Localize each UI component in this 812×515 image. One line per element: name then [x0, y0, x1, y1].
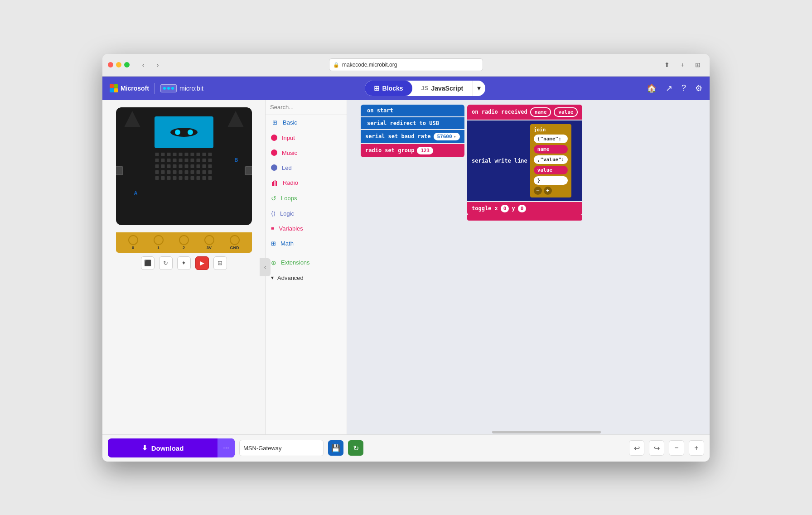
save-button[interactable]: 💾: [328, 440, 343, 456]
join-minus-button[interactable]: −: [534, 187, 542, 195]
js-icon: JS: [421, 85, 429, 91]
forward-button[interactable]: ›: [151, 58, 164, 71]
math-icon: ⊞: [271, 240, 276, 247]
antenna-right: [227, 111, 244, 127]
block-radio-set-group[interactable]: radio set group 123: [361, 144, 464, 157]
toolbox: 🔍 ⊞ Basic Input Music Led: [266, 100, 347, 434]
toolbox-item-math[interactable]: ⊞ Math: [266, 236, 347, 251]
block-radio-header[interactable]: on radio received name value: [467, 105, 582, 120]
advanced-label: Advanced: [277, 274, 304, 281]
download-main[interactable]: ⬇ Download: [108, 444, 218, 452]
add-tab-button[interactable]: +: [676, 58, 689, 71]
block-on-start[interactable]: on start: [361, 105, 464, 116]
project-name-input[interactable]: [243, 445, 319, 452]
join-value-val[interactable]: value: [534, 166, 568, 174]
join-str3[interactable]: }: [534, 176, 568, 185]
share-button[interactable]: ⬆: [661, 58, 673, 71]
toolbox-item-radio[interactable]: Radio: [266, 175, 347, 191]
tab-switcher: ⊞ Blocks JS JavaScript ▾: [365, 81, 486, 96]
join-plus-button[interactable]: +: [544, 187, 552, 195]
sim-controls: ⬛ ↻ ✦ ▶ ⊞: [141, 256, 227, 270]
ms-icon: [110, 84, 118, 92]
join-controls: − +: [534, 187, 568, 195]
b-label: B: [235, 157, 238, 163]
address-bar[interactable]: 🔒 makecode.microbit.org: [329, 58, 483, 71]
on-start-group[interactable]: on start serial redirect to USB serial s…: [361, 105, 464, 157]
value-param-pill[interactable]: value: [554, 107, 578, 117]
search-input[interactable]: [270, 104, 346, 111]
bottom-bar: ⬇ Download ··· 💾 ↻ ↩ ↪ − +: [102, 434, 710, 462]
toolbox-item-variables[interactable]: ≡ Variables: [266, 221, 347, 236]
save-icon: 💾: [331, 444, 340, 452]
download-more-button[interactable]: ···: [218, 438, 235, 457]
name-param-pill[interactable]: name: [530, 107, 551, 117]
tabs-button[interactable]: ⊞: [691, 58, 704, 71]
settings-button[interactable]: ⚙: [695, 83, 702, 93]
group-num-pill[interactable]: 123: [417, 147, 433, 154]
microbit-label: micro:bit: [179, 85, 203, 92]
header-divider: [155, 83, 155, 94]
advanced-chevron-icon: ▾: [271, 274, 274, 281]
sim-button-a[interactable]: [116, 166, 123, 175]
microsoft-logo: Microsoft: [110, 84, 149, 92]
toolbox-item-extensions[interactable]: ⊕ Extensions: [266, 255, 347, 270]
block-baud-rate[interactable]: serial set baud rate 57600 ▾: [361, 130, 464, 143]
tab-dropdown[interactable]: ▾: [472, 81, 485, 96]
sim-debug-button[interactable]: ▶: [195, 256, 209, 270]
toolbox-item-music[interactable]: Music: [266, 145, 347, 160]
baud-pill[interactable]: 57600 ▾: [434, 133, 460, 140]
sim-mute-button[interactable]: ✦: [177, 256, 191, 270]
join-str1[interactable]: {"name":: [534, 135, 568, 143]
svg-rect-2: [275, 180, 276, 186]
microbit-icon: [160, 84, 177, 92]
sim-led-grid: [155, 153, 213, 198]
baud-dropdown-icon[interactable]: ▾: [454, 134, 456, 139]
undo-button[interactable]: ↩: [629, 440, 644, 456]
join-block[interactable]: join {"name": name ,"value": value: [530, 124, 572, 197]
download-button[interactable]: ⬇ Download ···: [108, 438, 235, 457]
share-project-button[interactable]: ↗: [666, 83, 672, 93]
zoom-in-button[interactable]: +: [689, 440, 704, 456]
fullscreen-button[interactable]: [124, 62, 130, 67]
home-button[interactable]: 🏠: [647, 83, 657, 93]
toggle-y-val[interactable]: 0: [518, 205, 527, 212]
radio-received-group[interactable]: on radio received name value serial writ…: [467, 105, 582, 221]
toolbox-item-logic[interactable]: ⟨⟩ Logic: [266, 206, 347, 221]
join-str2[interactable]: ,"value":: [534, 155, 568, 164]
minimize-button[interactable]: [116, 62, 121, 67]
toolbox-item-advanced[interactable]: ▾ Advanced: [266, 270, 347, 285]
sim-collapse-arrow[interactable]: ‹: [260, 258, 271, 276]
back-button[interactable]: ‹: [137, 58, 150, 71]
block-serial-write[interactable]: serial write line join {"name": name: [467, 120, 582, 201]
toolbox-item-led[interactable]: Led: [266, 160, 347, 175]
join-name-val[interactable]: name: [534, 145, 568, 154]
tab-javascript[interactable]: JS JavaScript: [412, 81, 473, 96]
url-text: makecode.microbit.org: [342, 62, 397, 68]
search-box: 🔍: [266, 100, 347, 115]
toolbox-item-loops[interactable]: ↺ Loops: [266, 191, 347, 206]
block-toggle[interactable]: toggle x 0 y 0: [467, 202, 582, 215]
help-button[interactable]: ?: [682, 83, 686, 93]
microbit-logo: micro:bit: [160, 84, 203, 92]
block-serial-redirect[interactable]: serial redirect to USB: [361, 117, 464, 129]
sim-button-b[interactable]: [245, 166, 252, 175]
toggle-x-val[interactable]: 0: [501, 205, 509, 212]
sim-stop-button[interactable]: ⬛: [141, 256, 155, 270]
github-button[interactable]: ↻: [348, 440, 363, 456]
title-bar-right: ⬆ + ⊞: [661, 58, 704, 71]
project-name-field: [239, 440, 324, 456]
logic-icon: ⟨⟩: [271, 210, 276, 217]
music-label: Music: [282, 149, 297, 156]
toolbox-item-input[interactable]: Input: [266, 130, 347, 145]
sim-expand-button[interactable]: ⊞: [213, 256, 227, 270]
horizontal-scrollbar[interactable]: [492, 431, 601, 433]
redo-button[interactable]: ↪: [649, 440, 664, 456]
sim-restart-button[interactable]: ↻: [159, 256, 173, 270]
canvas-area[interactable]: on start serial redirect to USB serial s…: [347, 100, 710, 434]
zoom-out-button[interactable]: −: [669, 440, 684, 456]
toolbox-item-basic[interactable]: ⊞ Basic: [266, 115, 347, 130]
app-body: B A 0: [102, 100, 710, 434]
close-button[interactable]: [108, 62, 113, 67]
tab-blocks[interactable]: ⊞ Blocks: [365, 81, 412, 96]
extensions-label: Extensions: [281, 259, 310, 266]
